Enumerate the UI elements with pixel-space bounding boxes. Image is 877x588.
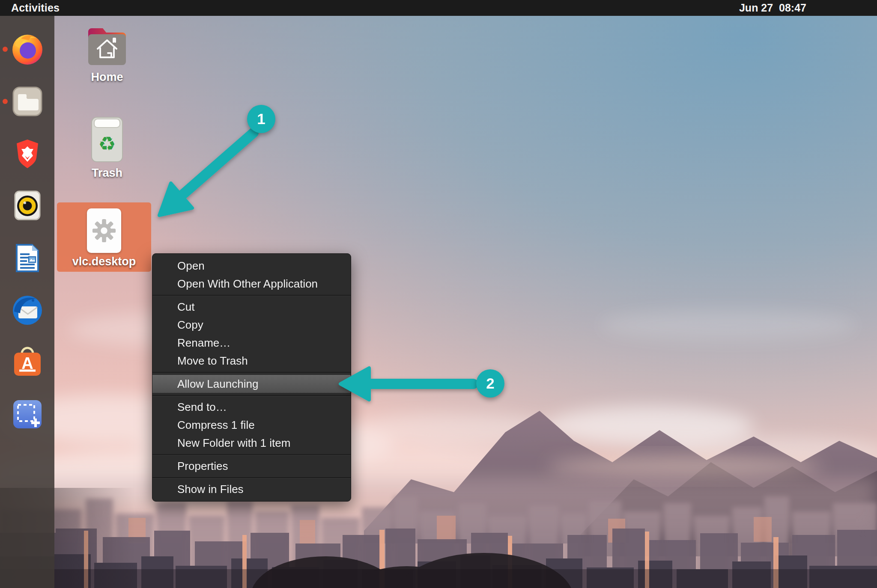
menu-item-cut[interactable]: Cut [152,298,351,316]
dock: A [0,16,54,588]
menu-item-send-to[interactable]: Send to… [152,398,351,416]
top-bar: Activities Jun 27 08:47 [0,0,877,16]
dock-item-files[interactable] [11,85,44,118]
speaker-icon [11,189,44,222]
desktop-file-tile [87,208,121,253]
menu-separator [152,454,351,455]
dock-item-libreoffice-writer[interactable] [11,241,44,275]
context-menu: Open Open With Other Application Cut Cop… [152,253,351,502]
files-running-dot [3,99,8,104]
trash-label: Trash [92,166,122,180]
menu-item-properties[interactable]: Properties [152,457,351,475]
menu-item-rename[interactable]: Rename… [152,334,351,352]
menu-item-open-with-other-application[interactable]: Open With Other Application [152,275,351,293]
dock-item-thunderbird[interactable] [11,294,44,327]
menu-item-copy[interactable]: Copy [152,316,351,334]
activities-button[interactable]: Activities [11,2,60,14]
ubuntu-software-icon: A [11,346,44,379]
dock-item-screenshot-tool[interactable] [11,398,44,431]
menu-separator [152,372,351,373]
desktop-icon-trash[interactable]: ♻ Trash [60,115,154,180]
clock-button[interactable]: Jun 27 08:47 [739,0,806,16]
screenshot-tool-icon [11,398,44,431]
desktop-icon-home[interactable]: Home [60,24,154,84]
callout-badge-1: 1 [247,105,275,133]
svg-text:♻: ♻ [98,132,116,155]
firefox-running-dot [3,47,8,52]
home-folder-icon [85,24,129,68]
menu-item-compress-1-file[interactable]: Compress 1 file [152,416,351,434]
brave-icon [11,137,44,170]
menu-item-show-in-files[interactable]: Show in Files [152,480,351,498]
menu-item-move-to-trash[interactable]: Move to Trash [152,352,351,370]
dock-item-ubuntu-software[interactable]: A [11,346,44,379]
files-icon [11,85,44,118]
dock-item-brave[interactable] [11,137,44,170]
menu-item-allow-launching[interactable]: Allow Launching [152,375,351,393]
menu-separator [152,295,351,296]
dock-item-firefox[interactable] [11,33,44,66]
desktop-screen: Activities Jun 27 08:47 [0,0,877,588]
desktop-icon-vlc[interactable]: vlc.desktop [57,208,151,268]
wallpaper-cityscape[interactable] [0,0,877,588]
gear-icon [92,218,116,243]
libreoffice-writer-icon [11,241,44,275]
thunderbird-icon [11,294,44,327]
dock-item-media-player[interactable] [11,189,44,222]
menu-item-new-folder-with-1-item[interactable]: New Folder with 1 item [152,434,351,452]
trash-icon: ♻ [85,115,129,164]
vlc-label: vlc.desktop [72,255,136,268]
menu-separator [152,395,351,396]
menu-item-open[interactable]: Open [152,257,351,275]
home-label: Home [91,71,123,84]
firefox-icon [11,33,44,66]
callout-badge-2: 2 [476,369,504,398]
menu-separator [152,477,351,478]
